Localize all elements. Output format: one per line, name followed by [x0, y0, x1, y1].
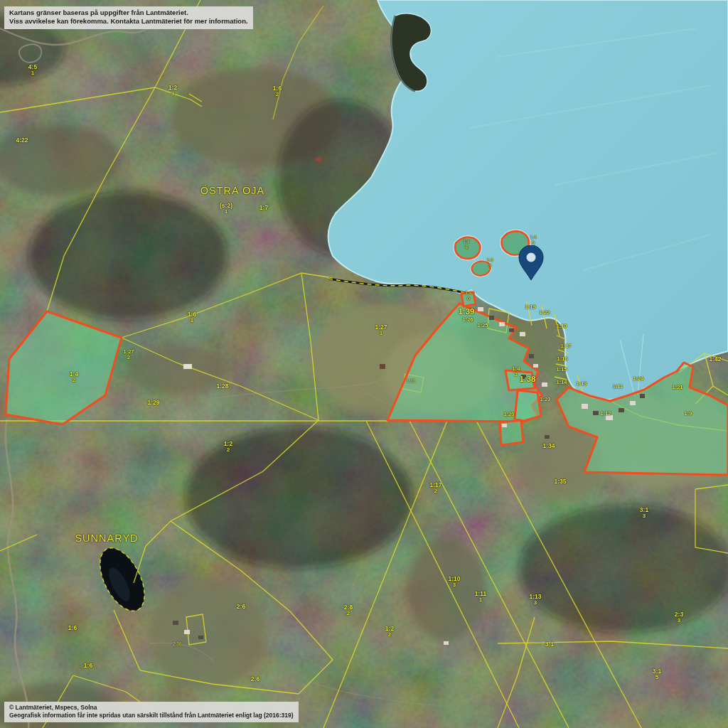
attribution-line-1: Kartans gränser baseras på uppgifter frå…	[9, 9, 248, 17]
selected-parcel	[505, 370, 535, 390]
map-layers	[0, 0, 728, 728]
copyright-line-2: Geografisk information får inte spridas …	[9, 712, 294, 719]
attribution-line-2: Viss avvikelse kan förekomma. Kontakta L…	[9, 17, 248, 26]
island	[455, 237, 480, 259]
selected-parcel	[515, 390, 541, 421]
map-canvas[interactable]: 4:514:221:231:621:7(s:2)11:611:2721:421:…	[0, 0, 728, 728]
selected-parcel	[461, 292, 476, 306]
copyright-note: © Lantmäteriet, Mspecs, Solna Geografisk…	[4, 702, 299, 722]
island	[472, 261, 491, 275]
map-pin-icon	[518, 245, 545, 281]
copyright-line-1: © Lantmäteriet, Mspecs, Solna	[9, 704, 294, 712]
attribution-note: Kartans gränser baseras på uppgifter frå…	[4, 6, 253, 29]
